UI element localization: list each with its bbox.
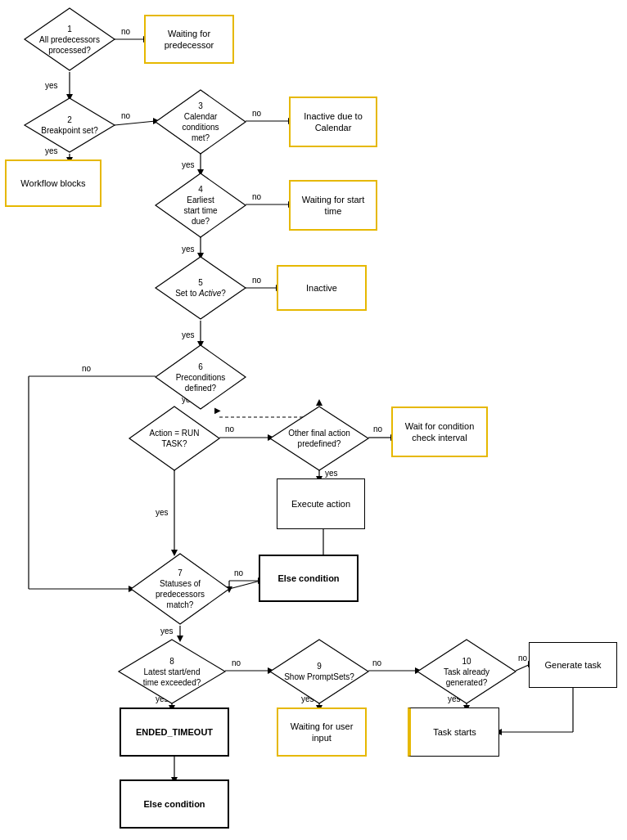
svg-text:no: no [234, 568, 244, 577]
diamond-10: 10Task alreadygenerated? [416, 638, 517, 705]
diamond-4-label: 4Earlieststart timedue? [183, 184, 217, 227]
svg-text:no: no [252, 192, 262, 201]
box-waiting-start-time: Waiting for starttime [289, 180, 377, 231]
diamond-5: 5Set to Active? [154, 255, 247, 321]
svg-text:no: no [121, 111, 131, 120]
box-else-condition-2-label: Else condition [143, 798, 205, 810]
diamond-9: 9Show PromptSets? [268, 638, 370, 705]
diamond-9-label: 9Show PromptSets? [284, 661, 354, 682]
box-workflow-blocks-label: Workflow blocks [20, 177, 85, 189]
box-generate-task-label: Generate task [544, 659, 601, 671]
diamond-8-label: 8Latest start/endtime exceeded? [143, 656, 201, 688]
box-execute-action: Execute action [277, 478, 365, 529]
box-else-condition-1-label: Else condition [277, 573, 339, 584]
diamond-4: 4Earlieststart timedue? [154, 172, 247, 239]
box-task-starts-label: Task starts [433, 726, 476, 738]
diamond-7-label: 7Statuses ofpredecessorsmatch? [156, 568, 205, 610]
diamond-3-label: 3Calendarconditionsmet? [182, 101, 219, 143]
svg-text:no: no [252, 276, 262, 285]
diamond-other-action-label: Other final actionpredefined? [288, 428, 350, 449]
svg-text:no: no [121, 27, 131, 36]
svg-text:no: no [252, 109, 262, 118]
box-generate-task: Generate task [529, 642, 617, 688]
svg-line-42 [229, 581, 260, 589]
box-waiting-start-time-label: Waiting for starttime [302, 194, 365, 218]
diamond-10-label: 10Task alreadygenerated? [444, 656, 489, 688]
diamond-6: 6Preconditionsdefined? [154, 344, 247, 411]
box-waiting-predecessor-label: Waiting for predecessor [146, 28, 232, 52]
box-waiting-user-input: Waiting for userinput [277, 707, 367, 757]
svg-line-4 [115, 121, 156, 125]
box-inactive-label: Inactive [306, 282, 337, 294]
box-ended-timeout: ENDED_TIMEOUT [120, 707, 229, 757]
box-task-starts: Task starts [408, 707, 499, 757]
box-else-condition-1: Else condition [259, 555, 359, 602]
box-inactive-calendar-label: Inactive due toCalendar [304, 110, 363, 134]
diamond-2: 2Breakpoint set? [23, 97, 116, 154]
svg-text:no: no [372, 658, 382, 667]
diamond-action-label: Action = RUNTASK? [150, 428, 200, 449]
diagram-container: no yes no yes no yes no yes no yes no ye… [0, 0, 627, 840]
box-wait-interval: Wait for conditioncheck interval [391, 407, 488, 457]
box-inactive-calendar: Inactive due toCalendar [289, 97, 377, 147]
svg-text:yes: yes [182, 160, 195, 169]
box-waiting-user-input-label: Waiting for userinput [291, 721, 354, 744]
diamond-1-label: 1All predecessorsprocessed? [39, 24, 100, 56]
box-execute-action-label: Execute action [291, 498, 350, 510]
diamond-2-label: 2Breakpoint set? [41, 115, 98, 136]
svg-text:no: no [225, 424, 235, 433]
box-else-condition-2: Else condition [120, 779, 229, 829]
box-wait-interval-label: Wait for conditioncheck interval [405, 420, 475, 444]
svg-text:yes: yes [156, 508, 169, 517]
box-inactive: Inactive [277, 265, 367, 311]
svg-text:no: no [232, 658, 241, 667]
diamond-other-action: Other final actionpredefined? [268, 405, 370, 472]
diamond-5-label: 5Set to Active? [175, 277, 226, 299]
diamond-7: 7Statuses ofpredecessorsmatch? [129, 552, 231, 626]
diamond-8: 8Latest start/endtime exceeded? [117, 638, 227, 705]
svg-text:yes: yes [160, 627, 174, 636]
svg-text:yes: yes [45, 81, 58, 90]
svg-text:no: no [373, 424, 383, 433]
diamond-1: 1All predecessorsprocessed? [23, 7, 116, 72]
svg-text:no: no [82, 364, 92, 373]
diamond-6-label: 6Preconditionsdefined? [176, 362, 226, 393]
box-workflow-blocks: Workflow blocks [5, 159, 101, 207]
diamond-action: Action = RUNTASK? [128, 405, 221, 472]
box-ended-timeout-label: ENDED_TIMEOUT [136, 726, 213, 738]
svg-text:yes: yes [182, 330, 195, 339]
box-waiting-predecessor: Waiting for predecessor [144, 15, 234, 64]
diamond-3: 3Calendarconditionsmet? [154, 88, 247, 155]
svg-text:no: no [518, 654, 528, 663]
svg-text:yes: yes [182, 245, 195, 254]
